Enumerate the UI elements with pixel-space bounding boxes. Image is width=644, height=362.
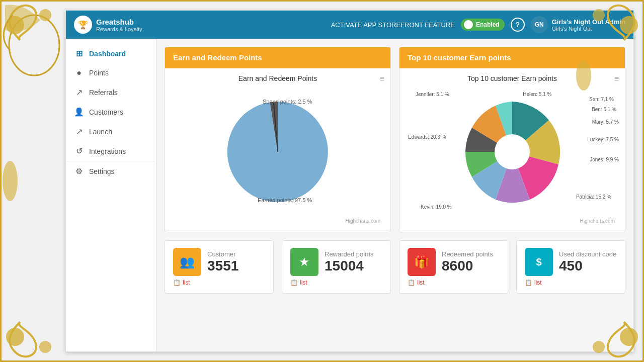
discount-stat-link[interactable]: 📋 list bbox=[525, 279, 617, 286]
top10-chart-menu[interactable]: ≡ bbox=[614, 74, 619, 83]
sidebar-label-launch: Launch bbox=[89, 128, 112, 136]
patricia-label: Patricia: 15.2 % bbox=[576, 194, 611, 200]
customer-stat-card: 👥 Customer 3551 📋 list bbox=[165, 240, 274, 294]
redeemed-stat-link[interactable]: 📋 list bbox=[408, 279, 500, 286]
redeemed-stat-top: 🎁 Redeemed points 8600 bbox=[408, 248, 500, 276]
ben-label: Ben: 5.1 % bbox=[592, 107, 616, 112]
helen-label: Helen: 5.1 % bbox=[523, 92, 551, 97]
toggle-label: Enabled bbox=[476, 21, 500, 28]
referrals-icon: ↗ bbox=[74, 87, 84, 97]
earn-redeem-chart-menu[interactable]: ≡ bbox=[380, 74, 384, 83]
earn-redeem-header-title: Earn and Redeem Points bbox=[173, 53, 262, 62]
redeemed-stat-card: 🎁 Redeemed points 8600 📋 list bbox=[399, 240, 508, 294]
customer-list-label: list bbox=[183, 279, 190, 286]
user-avatar: GN bbox=[531, 16, 548, 33]
svg-point-6 bbox=[6, 328, 24, 346]
sidebar: ⊞ Dashboard ● Points ↗ Referrals 👤 Custo… bbox=[66, 39, 156, 351]
sidebar-footer: ⚙ Settings bbox=[66, 161, 156, 181]
charts-row: Earn and Redeem Points Earn and Redeem P… bbox=[165, 47, 625, 232]
sidebar-item-points[interactable]: ● Points bbox=[66, 63, 156, 82]
app-container: 🏆 Greatshub Rewards & Loyalty ACTIVATE A… bbox=[65, 10, 634, 352]
earn-redeem-chart-card: Earn and Redeem Points Earn and Redeem P… bbox=[165, 47, 391, 232]
sidebar-item-referrals[interactable]: ↗ Referrals bbox=[66, 82, 156, 102]
top10-chart-title: Top 10 customer Earn points bbox=[406, 74, 619, 82]
svg-point-2 bbox=[6, 16, 24, 34]
rewarded-stat-card: ★ Rewarded points 15004 📋 list bbox=[282, 240, 391, 294]
earn-redeem-chart-body: Earn and Redeem Points ≡ bbox=[165, 68, 390, 232]
user-info: Girls's Night Out Admin Girls's Night Ou… bbox=[552, 18, 625, 32]
sidebar-label-dashboard: Dashboard bbox=[89, 50, 126, 58]
top10-pie-svg bbox=[447, 92, 578, 212]
redeemed-stat-label: Redeemed points bbox=[442, 250, 500, 258]
discount-list-icon: 📋 bbox=[525, 279, 532, 286]
content-area: Earn and Redeem Points Earn and Redeem P… bbox=[156, 39, 633, 351]
user-name: Girls's Night Out Admin bbox=[552, 18, 625, 26]
launch-icon: ↗ bbox=[74, 127, 84, 136]
earn-redeem-pie-svg bbox=[222, 97, 333, 207]
sidebar-item-dashboard[interactable]: ⊞ Dashboard bbox=[66, 44, 156, 63]
customer-list-icon: 📋 bbox=[173, 279, 181, 286]
main-layout: ⊞ Dashboard ● Points ↗ Referrals 👤 Custo… bbox=[66, 39, 633, 351]
discount-stat-info: Used discount code 450 bbox=[559, 250, 617, 274]
earn-redeem-pie-container: Spend points: 2.5 % Earned points: 97.5 … bbox=[171, 86, 384, 217]
dashboard-icon: ⊞ bbox=[74, 49, 84, 58]
earn-redeem-chart-header: Earn and Redeem Points bbox=[165, 47, 390, 68]
discount-list-label: list bbox=[534, 279, 542, 286]
rewarded-stat-icon: ★ bbox=[290, 248, 318, 276]
user-store: Girls's Night Out bbox=[552, 26, 625, 32]
customer-stat-top: 👥 Customer 3551 bbox=[173, 248, 265, 276]
header: 🏆 Greatshub Rewards & Loyalty ACTIVATE A… bbox=[66, 11, 633, 39]
highcharts-label-2: Highcharts.com bbox=[406, 217, 619, 226]
spend-label: Spend points: 2.5 % bbox=[263, 99, 312, 105]
discount-stat-top: $ Used discount code 450 bbox=[525, 248, 617, 276]
discount-stat-label: Used discount code bbox=[559, 250, 617, 258]
sen-label: Sen: 7.1 % bbox=[589, 97, 614, 102]
mary-label: Mary: 5.7 % bbox=[592, 119, 619, 125]
sidebar-label-referrals: Referrals bbox=[89, 88, 118, 97]
sidebar-item-customers[interactable]: 👤 Customers bbox=[66, 102, 156, 122]
sidebar-label-integrations: Integrations bbox=[89, 147, 126, 155]
jones-label: Jones: 9.9 % bbox=[590, 157, 619, 162]
rewarded-stat-link[interactable]: 📋 list bbox=[290, 279, 382, 286]
logo-text: Greatshub Rewards & Loyalty bbox=[96, 18, 142, 32]
jennifer-label: Jennifer: 5.1 % bbox=[416, 92, 449, 97]
top10-chart-header: Top 10 customer Earn points bbox=[399, 47, 625, 68]
redeemed-stat-info: Redeemed points 8600 bbox=[442, 250, 500, 274]
redeemed-stat-value: 8600 bbox=[442, 258, 500, 274]
points-icon: ● bbox=[74, 68, 84, 77]
sidebar-label-customers: Customers bbox=[89, 108, 123, 116]
luckey-label: Luckey: 7.5 % bbox=[587, 137, 619, 142]
sidebar-item-launch[interactable]: ↗ Launch bbox=[66, 122, 156, 141]
sidebar-label-points: Points bbox=[89, 69, 109, 77]
highcharts-label-1: Highcharts.com bbox=[171, 217, 384, 226]
customers-icon: 👤 bbox=[74, 107, 84, 117]
integrations-icon: ↺ bbox=[74, 146, 84, 156]
svg-point-10 bbox=[3, 161, 18, 201]
donut-hole bbox=[495, 134, 530, 169]
rewarded-list-icon: 📋 bbox=[290, 279, 298, 286]
app-name: Greatshub bbox=[96, 18, 142, 26]
sidebar-item-settings[interactable]: ⚙ Settings bbox=[66, 161, 156, 181]
rewarded-stat-label: Rewarded points bbox=[325, 250, 382, 258]
rewarded-stat-info: Rewarded points 15004 bbox=[325, 250, 382, 274]
app-subtitle: Rewards & Loyalty bbox=[96, 26, 142, 32]
logo-icon: 🏆 bbox=[74, 16, 92, 34]
help-button[interactable]: ? bbox=[511, 18, 525, 32]
earned-label: Earned points: 97.5 % bbox=[258, 197, 312, 203]
discount-stat-card: $ Used discount code 450 📋 list bbox=[516, 240, 625, 294]
activate-text: ACTIVATE APP STOREFRONT FEATURE bbox=[331, 21, 455, 29]
redeemed-list-icon: 📋 bbox=[408, 279, 415, 286]
settings-icon: ⚙ bbox=[74, 166, 84, 176]
rewarded-stat-top: ★ Rewarded points 15004 bbox=[290, 248, 382, 276]
customer-stat-link[interactable]: 📋 list bbox=[173, 279, 265, 286]
storefront-toggle[interactable]: Enabled bbox=[461, 19, 505, 31]
rewarded-stat-value: 15004 bbox=[325, 258, 382, 274]
toggle-circle bbox=[464, 20, 473, 29]
kevin-label: Kevin: 19.0 % bbox=[421, 204, 452, 210]
sidebar-item-integrations[interactable]: ↺ Integrations bbox=[66, 141, 156, 161]
customer-stat-label: Customer bbox=[207, 250, 265, 258]
svg-point-3 bbox=[39, 9, 51, 21]
sidebar-label-settings: Settings bbox=[89, 167, 115, 175]
svg-point-7 bbox=[39, 341, 51, 353]
discount-stat-icon: $ bbox=[525, 248, 553, 276]
